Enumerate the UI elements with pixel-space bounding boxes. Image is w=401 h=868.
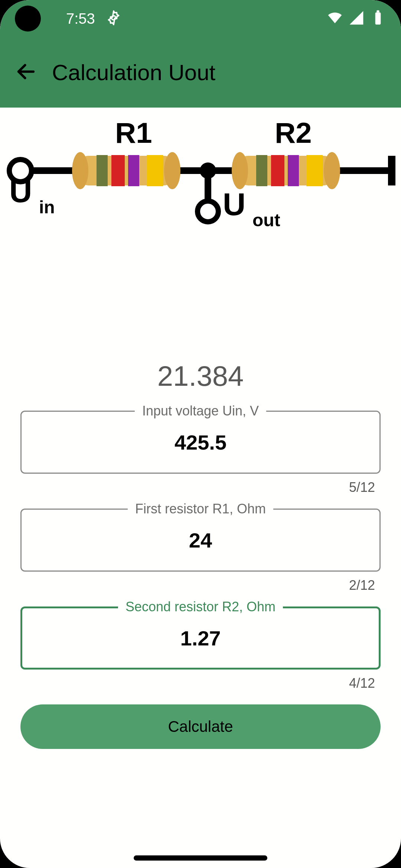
svg-rect-21: [288, 155, 299, 186]
status-bar: 7:53: [0, 0, 401, 37]
uout-sub-label: out: [252, 210, 280, 230]
svg-point-18: [324, 152, 340, 189]
uout-u-label: U: [223, 187, 245, 222]
back-button[interactable]: [11, 57, 41, 87]
r1-input[interactable]: [22, 528, 379, 552]
r2-label-text: Second resistor R2, Ohm: [118, 599, 283, 615]
r1-label-text: First resistor R1, Ohm: [128, 501, 273, 517]
svg-rect-22: [306, 155, 323, 186]
battery-icon: [370, 10, 386, 27]
uin-field-box[interactable]: [20, 411, 381, 474]
calculate-button-label: Calculate: [168, 718, 233, 736]
svg-point-15: [198, 201, 218, 222]
r2-label: R2: [275, 116, 312, 149]
svg-rect-11: [128, 155, 139, 186]
r1-field-box[interactable]: [20, 509, 381, 572]
uin-label: Input voltage Uin, V: [135, 403, 266, 419]
uin-counter: 5/12: [0, 480, 375, 495]
circuit-diagram: R1 R2 U in U out: [0, 108, 401, 249]
r2-input[interactable]: [22, 626, 379, 650]
svg-rect-19: [256, 155, 267, 186]
r2-field-box[interactable]: [20, 606, 381, 670]
uin-field-group: Input voltage Uin, V: [20, 411, 381, 474]
content: R1 R2 U in U out 21.384 Input voltage Ui…: [0, 108, 401, 749]
calculate-button[interactable]: Calculate: [20, 704, 381, 749]
svg-rect-12: [147, 155, 163, 186]
r1-field-group: First resistor R1, Ohm: [20, 509, 381, 572]
r1-counter: 2/12: [0, 578, 375, 593]
r2-counter: 4/12: [0, 675, 375, 691]
svg-rect-2: [376, 10, 379, 12]
camera-hole: [15, 6, 41, 32]
r1-label: R1: [115, 116, 152, 149]
uin-u-label: U: [9, 174, 32, 209]
svg-point-17: [232, 152, 248, 189]
status-time: 7:53: [66, 10, 95, 27]
svg-rect-20: [271, 155, 284, 186]
status-left: 7:53: [15, 6, 122, 32]
arrow-left-icon: [15, 60, 37, 84]
svg-rect-9: [97, 155, 108, 186]
svg-point-7: [72, 152, 88, 189]
svg-rect-10: [111, 155, 125, 186]
device-frame: 7:53: [0, 0, 401, 868]
svg-rect-1: [375, 12, 381, 24]
svg-point-8: [164, 152, 180, 189]
uin-input[interactable]: [22, 430, 379, 454]
settings-gear-icon: [105, 10, 122, 27]
wifi-icon: [327, 10, 343, 27]
app-bar: Calculation Uout: [0, 37, 401, 108]
svg-rect-23: [388, 156, 395, 185]
uin-sub-label: in: [39, 197, 55, 217]
status-right: [327, 10, 386, 27]
cellular-icon: [348, 10, 365, 27]
gesture-bar[interactable]: [134, 855, 267, 861]
spacer: [0, 249, 401, 360]
r2-field-group: Second resistor R2, Ohm: [20, 606, 381, 670]
page-title: Calculation Uout: [52, 60, 215, 85]
result-value: 21.384: [0, 360, 401, 392]
